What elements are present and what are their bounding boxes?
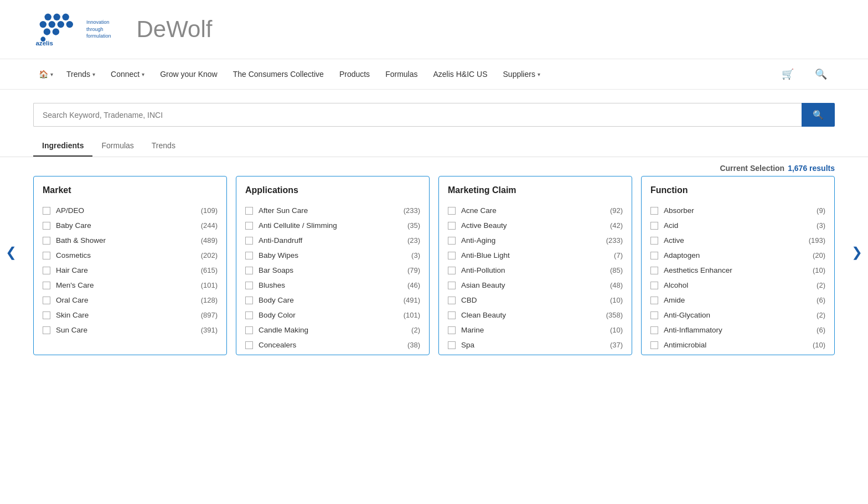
nav-azelis[interactable]: Azelis H&IC US — [425, 61, 495, 87]
list-item[interactable]: Oral Care(128) — [34, 293, 226, 308]
list-item[interactable]: Bath & Shower(489) — [34, 233, 226, 248]
list-item[interactable]: CBD(10) — [439, 293, 632, 308]
next-arrow[interactable]: ❯ — [851, 245, 862, 260]
list-item[interactable]: Absorber(9) — [642, 203, 834, 218]
filter-checkbox[interactable] — [245, 252, 253, 259]
filter-checkbox[interactable] — [448, 222, 456, 230]
list-item[interactable]: Anti Cellulite / Slimming(35) — [236, 218, 429, 233]
filter-checkbox[interactable] — [448, 237, 456, 245]
nav-cart[interactable]: 🛒 — [774, 59, 802, 89]
filter-checkbox[interactable] — [650, 282, 658, 289]
filter-scroll-2[interactable]: Acne Care(92)Active Beauty(42)Anti-Aging… — [439, 201, 632, 355]
filter-checkbox[interactable] — [650, 237, 658, 245]
filter-checkbox[interactable] — [245, 326, 253, 334]
filter-checkbox[interactable] — [43, 252, 50, 259]
filter-checkbox[interactable] — [650, 267, 658, 274]
list-item[interactable]: Anti-Inflammatory(6) — [642, 323, 834, 337]
list-item[interactable]: Sun Care(391) — [34, 323, 226, 337]
filter-checkbox[interactable] — [650, 326, 658, 334]
list-item[interactable]: Anti-Dandruff(23) — [236, 233, 429, 248]
filter-checkbox[interactable] — [448, 207, 456, 215]
tab-formulas[interactable]: Formulas — [92, 136, 142, 157]
list-item[interactable]: Anti-Pollution(85) — [439, 263, 632, 278]
nav-search-icon[interactable]: 🔍 — [807, 59, 835, 89]
selection-count[interactable]: 1,676 results — [788, 164, 835, 173]
list-item[interactable]: Baby Care(244) — [34, 218, 226, 233]
filter-checkbox[interactable] — [650, 341, 658, 349]
filter-checkbox[interactable] — [650, 252, 658, 259]
list-item[interactable]: Acid(3) — [642, 218, 834, 233]
list-item[interactable]: Candle Making(2) — [236, 323, 429, 337]
filter-checkbox[interactable] — [448, 326, 456, 334]
filter-checkbox[interactable] — [650, 311, 658, 319]
filter-checkbox[interactable] — [245, 207, 253, 215]
filter-checkbox[interactable] — [650, 207, 658, 215]
list-item[interactable]: Body Color(101) — [236, 308, 429, 323]
filter-checkbox[interactable] — [43, 297, 50, 304]
list-item[interactable]: AP/DEO(109) — [34, 203, 226, 218]
list-item[interactable]: Concealers(38) — [236, 337, 429, 352]
nav-home[interactable]: 🏠 ▾ — [33, 61, 59, 87]
filter-checkbox[interactable] — [245, 282, 253, 289]
filter-scroll-0[interactable]: AP/DEO(109)Baby Care(244)Bath & Shower(4… — [34, 201, 226, 340]
search-input[interactable] — [33, 103, 802, 127]
list-item[interactable]: Skin Care(897) — [34, 308, 226, 323]
filter-scroll-1[interactable]: After Sun Care(233)Anti Cellulite / Slim… — [236, 201, 429, 355]
filter-checkbox[interactable] — [43, 282, 50, 289]
filter-checkbox[interactable] — [43, 311, 50, 319]
search-button[interactable]: 🔍 — [802, 103, 835, 127]
filter-checkbox[interactable] — [245, 297, 253, 304]
list-item[interactable]: Baby Wipes(3) — [236, 248, 429, 263]
nav-consumers[interactable]: The Consumers Collective — [225, 61, 332, 87]
filter-checkbox[interactable] — [448, 311, 456, 319]
list-item[interactable]: After Sun Care(233) — [236, 203, 429, 218]
filter-checkbox[interactable] — [43, 237, 50, 245]
filter-checkbox[interactable] — [43, 267, 50, 274]
list-item[interactable]: Asian Beauty(48) — [439, 278, 632, 293]
tab-ingredients[interactable]: Ingredients — [33, 136, 92, 157]
nav-suppliers[interactable]: Suppliers ▾ — [495, 61, 548, 87]
list-item[interactable]: Anti-Aging(233) — [439, 233, 632, 248]
list-item[interactable]: Marine(10) — [439, 323, 632, 337]
list-item[interactable]: Anti-Glycation(2) — [642, 308, 834, 323]
nav-products[interactable]: Products — [332, 61, 378, 87]
list-item[interactable]: Amide(6) — [642, 293, 834, 308]
list-item[interactable]: Bar Soaps(79) — [236, 263, 429, 278]
nav-formulas[interactable]: Formulas — [378, 61, 425, 87]
filter-checkbox[interactable] — [245, 341, 253, 349]
nav-connect[interactable]: Connect ▾ — [103, 61, 152, 87]
filter-checkbox[interactable] — [448, 297, 456, 304]
list-item[interactable]: Aesthetics Enhancer(10) — [642, 263, 834, 278]
filter-checkbox[interactable] — [43, 207, 50, 215]
list-item[interactable]: Active Beauty(42) — [439, 218, 632, 233]
list-item[interactable]: Cosmetics(202) — [34, 248, 226, 263]
filter-checkbox[interactable] — [448, 252, 456, 259]
list-item[interactable]: Spa(37) — [439, 337, 632, 352]
list-item[interactable]: Active(193) — [642, 233, 834, 248]
list-item[interactable]: Anti-Blue Light(7) — [439, 248, 632, 263]
list-item[interactable]: Alcohol(2) — [642, 278, 834, 293]
filter-checkbox[interactable] — [448, 282, 456, 289]
filter-scroll-3[interactable]: Absorber(9)Acid(3)Active(193)Adaptogen(2… — [642, 201, 834, 355]
filter-checkbox[interactable] — [448, 267, 456, 274]
tab-trends[interactable]: Trends — [143, 136, 184, 157]
list-item[interactable]: Hair Care(615) — [34, 263, 226, 278]
prev-arrow[interactable]: ❮ — [6, 245, 17, 260]
filter-checkbox[interactable] — [245, 237, 253, 245]
list-item[interactable]: Blushes(46) — [236, 278, 429, 293]
filter-checkbox[interactable] — [245, 267, 253, 274]
list-item[interactable]: Clean Beauty(358) — [439, 308, 632, 323]
nav-grow[interactable]: Grow your Know — [152, 61, 225, 87]
list-item[interactable]: Acne Care(92) — [439, 203, 632, 218]
filter-checkbox[interactable] — [43, 222, 50, 230]
filter-checkbox[interactable] — [245, 222, 253, 230]
nav-trends[interactable]: Trends ▾ — [59, 61, 103, 87]
list-item[interactable]: Antimicrobial(10) — [642, 337, 834, 352]
filter-checkbox[interactable] — [650, 222, 658, 230]
filter-checkbox[interactable] — [650, 297, 658, 304]
filter-checkbox[interactable] — [43, 326, 50, 334]
list-item[interactable]: Adaptogen(20) — [642, 248, 834, 263]
filter-checkbox[interactable] — [245, 311, 253, 319]
list-item[interactable]: Body Care(491) — [236, 293, 429, 308]
filter-checkbox[interactable] — [448, 341, 456, 349]
